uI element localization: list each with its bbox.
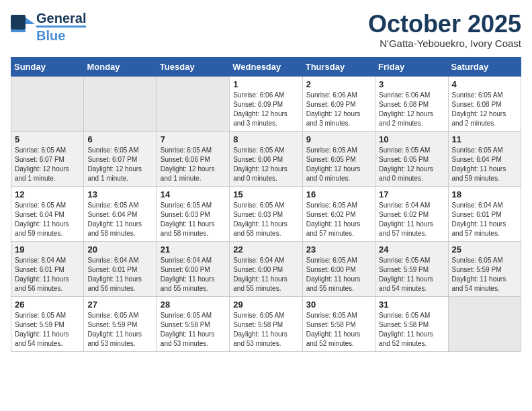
day-cell-24: 24Sunrise: 6:05 AM Sunset: 5:59 PM Dayli… <box>375 241 448 296</box>
svg-rect-2 <box>11 30 26 32</box>
day-cell-5: 5Sunrise: 6:05 AM Sunset: 6:07 PM Daylig… <box>11 131 84 186</box>
weekday-header-row: SundayMondayTuesdayWednesdayThursdayFrid… <box>11 57 521 76</box>
day-number: 19 <box>15 244 80 255</box>
location: N'Gatta-Yebouekro, Ivory Coast <box>368 38 521 49</box>
day-cell-26: 26Sunrise: 6:05 AM Sunset: 5:59 PM Dayli… <box>11 296 84 351</box>
empty-cell <box>11 76 84 131</box>
day-cell-17: 17Sunrise: 6:04 AM Sunset: 6:02 PM Dayli… <box>375 186 448 241</box>
day-number: 31 <box>379 300 444 310</box>
day-cell-15: 15Sunrise: 6:05 AM Sunset: 6:03 PM Dayli… <box>230 186 302 241</box>
day-number: 15 <box>233 189 298 199</box>
calendar: SundayMondayTuesdayWednesdayThursdayFrid… <box>11 57 521 352</box>
week-row-4: 19Sunrise: 6:04 AM Sunset: 6:01 PM Dayli… <box>11 241 521 296</box>
day-info: Sunrise: 6:04 AM Sunset: 6:00 PM Dayligh… <box>233 256 298 293</box>
day-info: Sunrise: 6:04 AM Sunset: 6:01 PM Dayligh… <box>452 201 517 238</box>
day-number: 30 <box>306 300 371 310</box>
empty-cell <box>84 76 157 131</box>
weekday-header-saturday: Saturday <box>448 57 521 76</box>
day-info: Sunrise: 6:04 AM Sunset: 6:02 PM Dayligh… <box>379 201 444 238</box>
day-info: Sunrise: 6:05 AM Sunset: 6:04 PM Dayligh… <box>87 201 152 238</box>
weekday-header-thursday: Thursday <box>302 57 375 76</box>
day-info: Sunrise: 6:05 AM Sunset: 6:08 PM Dayligh… <box>452 91 517 128</box>
day-cell-31: 31Sunrise: 6:05 AM Sunset: 5:58 PM Dayli… <box>375 296 448 351</box>
day-info: Sunrise: 6:05 AM Sunset: 5:58 PM Dayligh… <box>306 311 371 349</box>
weekday-header-sunday: Sunday <box>11 57 84 76</box>
day-number: 6 <box>87 134 152 144</box>
logo: General Blue <box>11 11 86 43</box>
day-info: Sunrise: 6:05 AM Sunset: 6:05 PM Dayligh… <box>379 146 444 183</box>
day-info: Sunrise: 6:05 AM Sunset: 5:59 PM Dayligh… <box>15 311 80 349</box>
day-number: 24 <box>379 244 444 255</box>
week-row-2: 5Sunrise: 6:05 AM Sunset: 6:07 PM Daylig… <box>11 131 521 186</box>
week-row-5: 26Sunrise: 6:05 AM Sunset: 5:59 PM Dayli… <box>11 296 521 351</box>
day-info: Sunrise: 6:05 AM Sunset: 6:04 PM Dayligh… <box>452 146 517 183</box>
weekday-header-wednesday: Wednesday <box>230 57 302 76</box>
day-cell-25: 25Sunrise: 6:05 AM Sunset: 5:59 PM Dayli… <box>448 241 521 296</box>
day-info: Sunrise: 6:05 AM Sunset: 5:58 PM Dayligh… <box>233 311 298 349</box>
day-info: Sunrise: 6:05 AM Sunset: 5:59 PM Dayligh… <box>452 256 517 293</box>
day-info: Sunrise: 6:05 AM Sunset: 6:07 PM Dayligh… <box>15 146 80 183</box>
day-cell-2: 2Sunrise: 6:06 AM Sunset: 6:09 PM Daylig… <box>302 76 375 131</box>
day-info: Sunrise: 6:05 AM Sunset: 6:00 PM Dayligh… <box>306 256 371 293</box>
day-info: Sunrise: 6:06 AM Sunset: 6:09 PM Dayligh… <box>233 91 298 128</box>
day-cell-14: 14Sunrise: 6:05 AM Sunset: 6:03 PM Dayli… <box>157 186 229 241</box>
day-number: 10 <box>379 134 444 144</box>
day-cell-6: 6Sunrise: 6:05 AM Sunset: 6:07 PM Daylig… <box>84 131 157 186</box>
day-info: Sunrise: 6:05 AM Sunset: 6:06 PM Dayligh… <box>161 146 226 183</box>
svg-rect-0 <box>11 15 26 30</box>
day-cell-28: 28Sunrise: 6:05 AM Sunset: 5:58 PM Dayli… <box>157 296 229 351</box>
page-header: General Blue October 2025 N'Gatta-Yeboue… <box>11 11 521 49</box>
week-row-1: 1Sunrise: 6:06 AM Sunset: 6:09 PM Daylig… <box>11 76 521 131</box>
day-info: Sunrise: 6:06 AM Sunset: 6:09 PM Dayligh… <box>306 91 371 128</box>
day-info: Sunrise: 6:05 AM Sunset: 5:58 PM Dayligh… <box>161 311 226 349</box>
empty-cell <box>157 76 229 131</box>
day-cell-8: 8Sunrise: 6:05 AM Sunset: 6:06 PM Daylig… <box>230 131 302 186</box>
day-number: 27 <box>87 300 152 310</box>
day-number: 23 <box>306 244 371 255</box>
weekday-header-tuesday: Tuesday <box>157 57 229 76</box>
day-number: 28 <box>161 300 226 310</box>
logo-general: General <box>36 11 86 26</box>
day-info: Sunrise: 6:05 AM Sunset: 6:03 PM Dayligh… <box>161 201 226 238</box>
day-number: 17 <box>379 189 444 199</box>
day-info: Sunrise: 6:05 AM Sunset: 6:06 PM Dayligh… <box>233 146 298 183</box>
day-number: 16 <box>306 189 371 199</box>
day-info: Sunrise: 6:05 AM Sunset: 5:59 PM Dayligh… <box>379 256 444 293</box>
title-section: October 2025 N'Gatta-Yebouekro, Ivory Co… <box>368 11 521 49</box>
day-cell-19: 19Sunrise: 6:04 AM Sunset: 6:01 PM Dayli… <box>11 241 84 296</box>
day-cell-30: 30Sunrise: 6:05 AM Sunset: 5:58 PM Dayli… <box>302 296 375 351</box>
day-number: 21 <box>161 244 226 255</box>
day-number: 7 <box>161 134 226 144</box>
day-info: Sunrise: 6:04 AM Sunset: 6:01 PM Dayligh… <box>87 256 152 293</box>
day-info: Sunrise: 6:05 AM Sunset: 5:58 PM Dayligh… <box>379 311 444 349</box>
day-cell-12: 12Sunrise: 6:05 AM Sunset: 6:04 PM Dayli… <box>11 186 84 241</box>
day-info: Sunrise: 6:05 AM Sunset: 5:59 PM Dayligh… <box>87 311 152 349</box>
day-info: Sunrise: 6:04 AM Sunset: 6:00 PM Dayligh… <box>161 256 226 293</box>
logo-blue: Blue <box>36 26 86 43</box>
day-cell-18: 18Sunrise: 6:04 AM Sunset: 6:01 PM Dayli… <box>448 186 521 241</box>
day-number: 25 <box>452 244 517 255</box>
day-number: 18 <box>452 189 517 199</box>
empty-cell <box>448 296 521 351</box>
day-cell-11: 11Sunrise: 6:05 AM Sunset: 6:04 PM Dayli… <box>448 131 521 186</box>
weekday-header-monday: Monday <box>84 57 157 76</box>
month-title: October 2025 <box>368 11 521 38</box>
day-cell-20: 20Sunrise: 6:04 AM Sunset: 6:01 PM Dayli… <box>84 241 157 296</box>
day-cell-21: 21Sunrise: 6:04 AM Sunset: 6:00 PM Dayli… <box>157 241 229 296</box>
day-number: 5 <box>15 134 80 144</box>
day-info: Sunrise: 6:05 AM Sunset: 6:05 PM Dayligh… <box>306 146 371 183</box>
day-cell-4: 4Sunrise: 6:05 AM Sunset: 6:08 PM Daylig… <box>448 76 521 131</box>
day-cell-16: 16Sunrise: 6:05 AM Sunset: 6:02 PM Dayli… <box>302 186 375 241</box>
day-info: Sunrise: 6:04 AM Sunset: 6:01 PM Dayligh… <box>15 256 80 293</box>
day-number: 29 <box>233 300 298 310</box>
day-cell-7: 7Sunrise: 6:05 AM Sunset: 6:06 PM Daylig… <box>157 131 229 186</box>
day-number: 4 <box>452 79 517 89</box>
day-info: Sunrise: 6:06 AM Sunset: 6:08 PM Dayligh… <box>379 91 444 128</box>
day-number: 14 <box>161 189 226 199</box>
day-cell-10: 10Sunrise: 6:05 AM Sunset: 6:05 PM Dayli… <box>375 131 448 186</box>
day-number: 22 <box>233 244 298 255</box>
day-number: 13 <box>87 189 152 199</box>
svg-marker-1 <box>26 17 35 24</box>
day-number: 2 <box>306 79 371 89</box>
day-info: Sunrise: 6:05 AM Sunset: 6:03 PM Dayligh… <box>233 201 298 238</box>
